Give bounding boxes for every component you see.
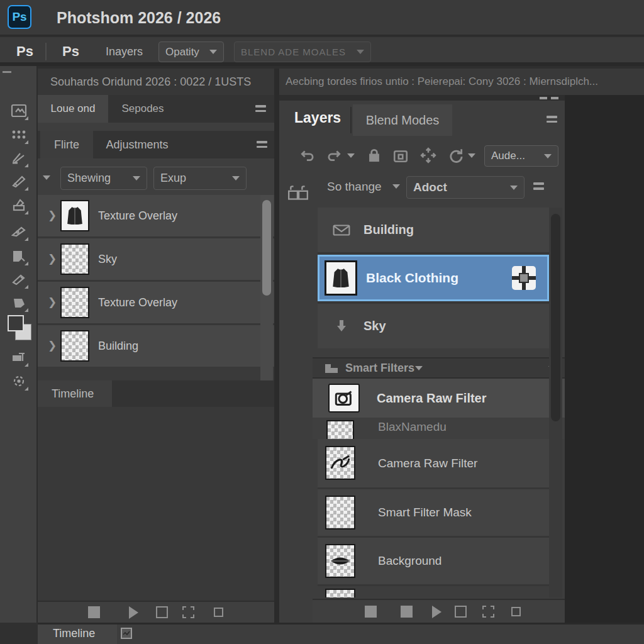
so-change-chevron-icon[interactable] [392,184,400,189]
right-scrollbar-thumb[interactable] [551,214,560,421]
tab-adjustments[interactable]: Adjustments [93,131,181,158]
left-playback-bar [38,601,274,623]
shewing-dropdown[interactable]: Shewing [60,167,147,190]
play-button[interactable] [129,606,138,619]
expand-chevron-icon[interactable]: ❯ [48,209,57,222]
tab-layers[interactable]: Layers [294,109,341,126]
opacity-dropdown[interactable]: Opatity [158,42,224,62]
filter-thumbnail [326,420,354,439]
timeline-tab[interactable]: Timeline [38,380,112,407]
fill-tool-button[interactable] [8,245,30,267]
layer-row[interactable]: Sky [318,304,549,348]
filter-row[interactable]: Smart Filter Mask [318,489,549,536]
options-menu-icon[interactable] [533,182,544,190]
panel-resize-grip[interactable] [540,97,558,99]
transform-badge-icon[interactable] [512,266,536,292]
layer-name: Sky [364,304,386,348]
tab-flirte[interactable]: Flirte [40,131,93,158]
canvas-area[interactable] [565,95,644,623]
tab-blend-modes[interactable]: Blend Modes [353,104,452,136]
so-change-label[interactable]: So thange [327,180,382,194]
panel-collapse-dash[interactable] [3,71,11,73]
layer-row[interactable]: Building [318,208,549,252]
brush-tool-button[interactable] [8,269,30,290]
move-tool-button[interactable] [8,100,30,121]
menu-ps-right[interactable]: Ps [62,37,79,66]
menu-ps-left[interactable]: Ps [16,37,33,66]
menu-item-inayers[interactable]: Inayers [106,37,143,66]
layer-row[interactable]: ❯ Texture Overlay [38,282,274,323]
left-panel-body: Flirte Adjustments Shewing Exup ❯ Textur… [38,123,274,380]
stop-button[interactable] [365,606,377,618]
camera-icon [335,390,353,406]
pen-tool-button[interactable] [8,221,30,242]
layer-row[interactable]: ❯ Sky [38,238,274,280]
left-scrollbar-thumb[interactable] [262,200,271,296]
layer-name: Texture Overlay [98,195,177,236]
foreground-color-swatch[interactable] [8,315,24,331]
exup-dropdown[interactable]: Exup [153,167,247,190]
adoct-dropdown-label: Adoct [413,180,447,194]
tab-loue-ond-label: Loue ond [51,103,96,115]
pencil-tool-button[interactable] [8,170,30,192]
filter-row-partial[interactable]: BlaxNamedu [313,418,565,439]
folder-icon [324,363,339,377]
sync-icon[interactable] [448,147,464,166]
stop-button-2[interactable] [401,606,413,618]
filter-row[interactable]: Background [318,538,549,584]
small-frame-button[interactable] [511,607,521,616]
selection-circle-tool-button[interactable] [8,370,30,392]
filter-name: BlaxNamedu [378,418,447,439]
photoshop-logo: Ps [8,5,31,29]
locked-frame-icon[interactable] [392,147,409,166]
filter-row-highlighted[interactable]: Camera Raw Filter [313,379,565,418]
frame-button[interactable] [455,606,467,618]
shape-tool-button[interactable] [8,292,30,313]
marquee-tool-button[interactable] [8,124,30,145]
layer-thumbnail [60,243,89,275]
collapse-chevron-icon[interactable] [43,175,50,180]
redo-icon[interactable] [326,147,342,166]
lasso-tool-button[interactable] [8,147,30,169]
layer-name: Texture Overlay [98,282,177,323]
filter-row[interactable]: Camera Raw Filter [318,439,549,487]
bottom-timeline-tab[interactable]: Timeline [38,625,117,644]
frame-button[interactable] [156,606,168,618]
adoct-dropdown[interactable]: Adoct [406,176,525,199]
stop-button[interactable] [88,606,100,618]
expand-chevron-icon[interactable]: ❯ [48,339,57,352]
blend-modes-dropdown[interactable]: BLEND ADE MOALES [234,42,371,62]
left-panel-menu-icon[interactable] [255,105,266,112]
title-bar: Ps Photshom 2026 / 2026 [0,0,644,36]
selection-frame-button[interactable] [182,606,194,618]
color-swatches[interactable] [8,315,33,343]
crop-tool-button[interactable] [8,347,30,368]
smart-filters-bar[interactable]: Smart Filters [313,357,565,379]
layer-row[interactable]: ❯ Building [38,325,274,367]
tab-sepodes[interactable]: Sepodes [108,95,177,123]
adjustments-menu-icon[interactable] [257,141,267,148]
stamp-tool-button[interactable] [8,194,30,216]
opacity-dropdown-label: Opatity [165,46,199,58]
expand-chevron-icon[interactable]: ❯ [48,296,57,309]
layer-row-selected[interactable]: Black Clothing [318,255,549,301]
expand-chevron-icon[interactable]: ❯ [48,252,57,265]
film-frame-icon[interactable] [287,182,309,206]
move-arrows-icon[interactable] [420,147,436,166]
selection-frame-button[interactable] [482,606,494,618]
tab-loue-ond[interactable]: Loue ond [38,95,108,123]
layer-thumbnail [325,260,357,296]
layer-row[interactable]: ❯ Texture Overlay [38,195,274,236]
undo-icon[interactable] [299,147,316,166]
tab-divider [350,107,352,133]
panel-divider[interactable] [274,69,279,623]
layer-thumbnail [60,287,89,318]
sync-options-chevron-icon[interactable] [468,153,475,158]
layers-panel-menu-icon[interactable] [547,116,557,123]
redo-options-chevron-icon[interactable] [347,153,355,158]
aude-dropdown[interactable]: Aude... [484,145,558,167]
small-frame-button[interactable] [214,608,223,617]
lock-icon[interactable] [366,147,382,166]
play-button[interactable] [432,606,441,618]
timeline-thumbnail-icon[interactable] [121,628,132,639]
